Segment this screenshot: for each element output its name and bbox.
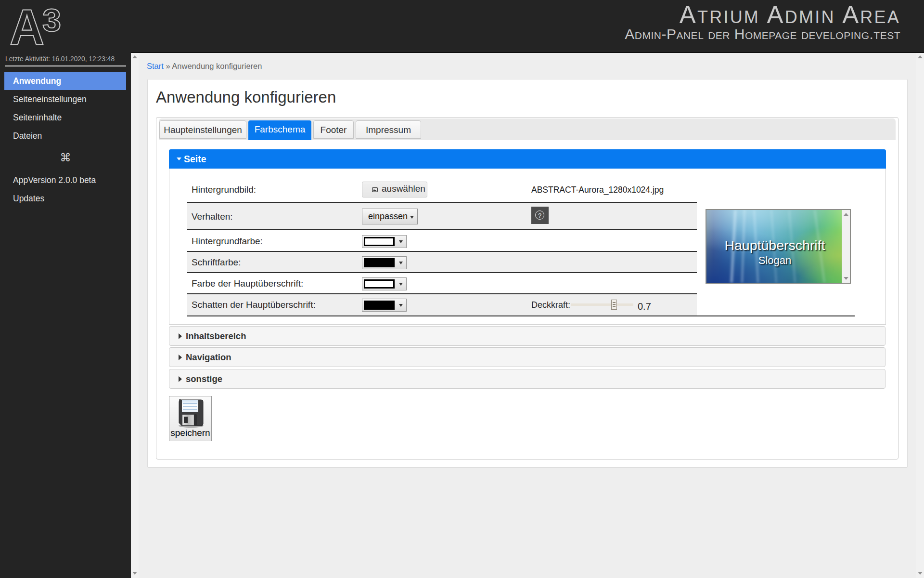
svg-text:A: A — [10, 3, 44, 49]
svg-text:3: 3 — [42, 3, 61, 38]
svg-text:Hauptüberschrift: Hauptüberschrift — [724, 237, 825, 253]
svg-text:Slogan: Slogan — [758, 254, 792, 266]
